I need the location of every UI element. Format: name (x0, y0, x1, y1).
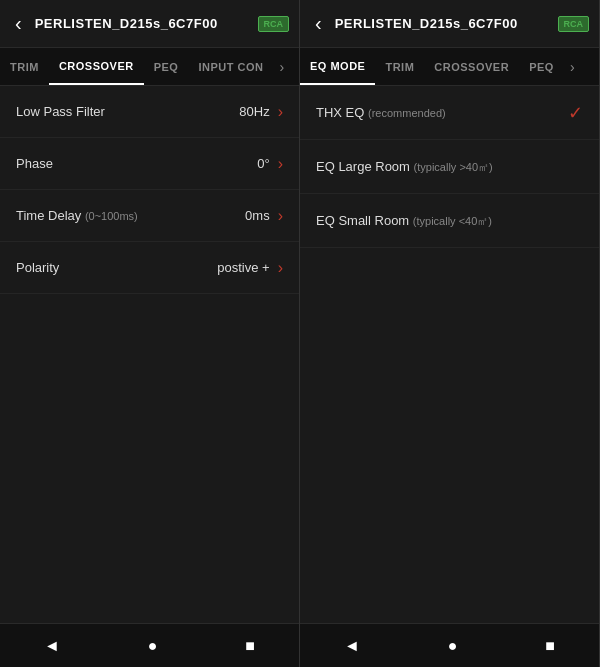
eq-large-room-label: EQ Large Room (316, 159, 410, 174)
tab-trim-left[interactable]: TRIM (0, 48, 49, 85)
thx-eq-label-group: THX EQ (recommended) (316, 105, 568, 120)
right-tabs: EQ MODE TRIM CROSSOVER PEQ › (300, 48, 599, 86)
eq-large-room-item[interactable]: EQ Large Room (typically >40㎡) (300, 140, 599, 194)
phase-label: Phase (16, 156, 257, 171)
tab-crossover-right[interactable]: CROSSOVER (424, 48, 519, 85)
time-delay-chevron-icon: › (278, 207, 283, 225)
time-delay-label-group: Time Delay (0~100ms) (16, 208, 245, 223)
eq-small-room-label: EQ Small Room (316, 213, 409, 228)
low-pass-filter-chevron-icon: › (278, 103, 283, 121)
right-panel: ‹ PERLISTEN_D215s_6C7F00 RCA EQ MODE TRI… (300, 0, 600, 667)
time-delay-item[interactable]: Time Delay (0~100ms) 0ms › (0, 190, 299, 242)
tab-more-left[interactable]: › (273, 48, 290, 85)
thx-eq-label: THX EQ (316, 105, 364, 120)
tab-more-right[interactable]: › (564, 48, 581, 85)
left-device-title: PERLISTEN_D215s_6C7F00 (35, 16, 258, 31)
polarity-label: Polarity (16, 260, 217, 275)
tab-peq-right[interactable]: PEQ (519, 48, 564, 85)
right-rca-badge: RCA (558, 16, 590, 32)
phase-item[interactable]: Phase 0° › (0, 138, 299, 190)
polarity-chevron-icon: › (278, 259, 283, 277)
right-header: ‹ PERLISTEN_D215s_6C7F00 RCA (300, 0, 599, 48)
low-pass-filter-label: Low Pass Filter (16, 104, 239, 119)
eq-large-room-label-group: EQ Large Room (typically >40㎡) (316, 159, 583, 175)
thx-eq-sub: (recommended) (368, 107, 446, 119)
left-nav-square-button[interactable]: ■ (225, 629, 275, 663)
right-content: THX EQ (recommended) ✓ EQ Large Room (ty… (300, 86, 599, 623)
right-nav-bar: ◄ ● ■ (300, 623, 599, 667)
right-nav-back-button[interactable]: ◄ (324, 629, 380, 663)
time-delay-value: 0ms (245, 208, 270, 223)
left-panel: ‹ PERLISTEN_D215s_6C7F00 RCA TRIM CROSSO… (0, 0, 300, 667)
low-pass-filter-value: 80Hz (239, 104, 269, 119)
left-tabs: TRIM CROSSOVER PEQ INPUT CON › (0, 48, 299, 86)
right-device-title: PERLISTEN_D215s_6C7F00 (335, 16, 558, 31)
time-delay-sub-label: (0~100ms) (85, 210, 138, 222)
left-content: Low Pass Filter 80Hz › Phase 0° › Time D… (0, 86, 299, 623)
left-back-button[interactable]: ‹ (10, 7, 27, 40)
phase-chevron-icon: › (278, 155, 283, 173)
right-nav-square-button[interactable]: ■ (525, 629, 575, 663)
time-delay-label: Time Delay (16, 208, 81, 223)
tab-eq-mode-right[interactable]: EQ MODE (300, 48, 375, 85)
thx-eq-check-icon: ✓ (568, 102, 583, 124)
low-pass-filter-item[interactable]: Low Pass Filter 80Hz › (0, 86, 299, 138)
polarity-item[interactable]: Polarity postive + › (0, 242, 299, 294)
left-nav-back-button[interactable]: ◄ (24, 629, 80, 663)
eq-small-room-label-group: EQ Small Room (typically <40㎡) (316, 213, 583, 229)
eq-small-room-sub: (typically <40㎡) (413, 215, 492, 227)
left-nav-bar: ◄ ● ■ (0, 623, 299, 667)
tab-crossover-left[interactable]: CROSSOVER (49, 48, 144, 85)
eq-small-room-item[interactable]: EQ Small Room (typically <40㎡) (300, 194, 599, 248)
tab-peq-left[interactable]: PEQ (144, 48, 189, 85)
right-nav-home-button[interactable]: ● (428, 629, 478, 663)
polarity-value: postive + (217, 260, 269, 275)
thx-eq-item[interactable]: THX EQ (recommended) ✓ (300, 86, 599, 140)
eq-large-room-sub: (typically >40㎡) (414, 161, 493, 173)
left-nav-home-button[interactable]: ● (128, 629, 178, 663)
left-header: ‹ PERLISTEN_D215s_6C7F00 RCA (0, 0, 299, 48)
tab-trim-right[interactable]: TRIM (375, 48, 424, 85)
left-rca-badge: RCA (258, 16, 290, 32)
tab-input-con-left[interactable]: INPUT CON (188, 48, 273, 85)
phase-value: 0° (257, 156, 269, 171)
right-back-button[interactable]: ‹ (310, 7, 327, 40)
